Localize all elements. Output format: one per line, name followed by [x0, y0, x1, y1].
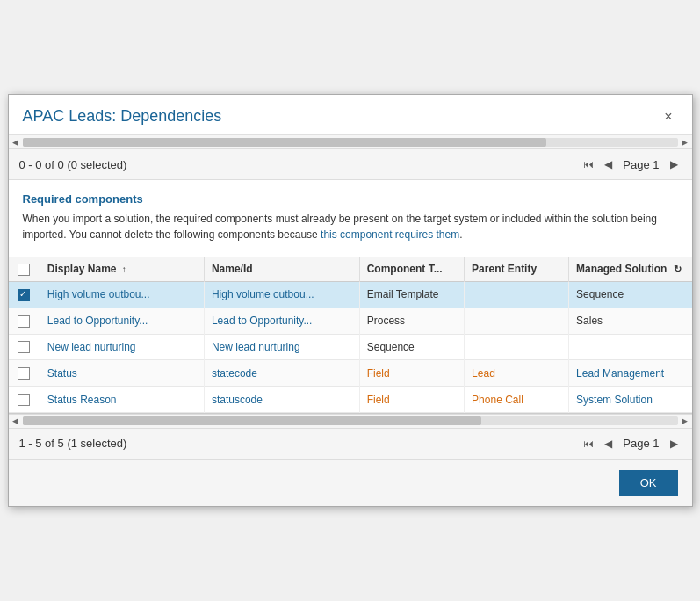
row-managed-solution[interactable]: Lead Management	[569, 360, 692, 387]
row-managed-solution	[569, 334, 692, 360]
row-name-id[interactable]: High volume outbou...	[204, 281, 359, 308]
row-component-type: Process	[359, 308, 464, 334]
dialog: APAC Leads: Dependencies × ◀ ▶ 0 - 0 of …	[8, 94, 693, 507]
top-pagination-bar: 0 - 0 of 0 (0 selected) ⏮ ◀ Page 1 ▶	[9, 149, 692, 180]
name-id-link[interactable]: New lead nurturing	[212, 341, 300, 353]
row-checkbox[interactable]	[18, 315, 30, 328]
ok-button[interactable]: OK	[619, 470, 678, 496]
row-display-name[interactable]: Status	[40, 360, 204, 387]
bottom-scrollbar-track[interactable]	[23, 416, 678, 425]
header-checkbox-col	[9, 257, 40, 281]
row-checkbox[interactable]	[18, 289, 30, 301]
name-id-link[interactable]: Lead to Opportunity...	[212, 315, 313, 327]
component-type-value: Sequence	[367, 341, 415, 353]
row-checkbox-cell	[9, 281, 40, 308]
top-page-label: Page 1	[623, 158, 659, 171]
bottom-pagination-controls: ⏮ ◀ Page 1 ▶	[580, 436, 681, 452]
row-checkbox-cell	[9, 360, 40, 387]
header-parent-entity[interactable]: Parent Entity	[465, 257, 569, 281]
bottom-scrollbar[interactable]: ◀ ▶	[9, 414, 692, 428]
row-component-type: Email Template	[359, 281, 464, 308]
row-checkbox[interactable]	[18, 367, 30, 380]
display-name-link[interactable]: High volume outbou...	[47, 288, 150, 300]
required-desc-part3: .	[459, 228, 462, 241]
display-name-link[interactable]: New lead nurturing	[47, 341, 136, 353]
header-display-name[interactable]: Display Name ↑	[40, 257, 204, 281]
dialog-title: APAC Leads: Dependencies	[23, 107, 222, 126]
table-row: High volume outbou...High volume outbou.…	[9, 281, 692, 308]
row-display-name[interactable]: Status Reason	[40, 387, 204, 413]
scroll-right-arrow[interactable]: ▶	[680, 137, 690, 148]
name-id-link[interactable]: statecode	[212, 367, 257, 380]
row-checkbox-cell	[9, 387, 40, 413]
row-name-id[interactable]: statecode	[204, 360, 359, 387]
table-row: New lead nurturingNew lead nurturingSequ…	[9, 334, 692, 360]
name-id-link[interactable]: statuscode	[212, 394, 263, 406]
row-name-id[interactable]: statuscode	[204, 387, 359, 413]
row-checkbox[interactable]	[18, 341, 30, 353]
component-type-value: Email Template	[367, 288, 439, 300]
top-record-count: 0 - 0 of 0 (0 selected)	[19, 158, 127, 171]
row-checkbox-cell	[9, 308, 40, 334]
top-prev-page-button[interactable]: ◀	[601, 156, 616, 172]
bottom-scroll-right-arrow[interactable]: ▶	[680, 416, 690, 426]
top-scrollbar-thumb	[23, 138, 547, 147]
row-display-name[interactable]: Lead to Opportunity...	[40, 308, 204, 334]
row-parent-entity[interactable]: Lead	[465, 360, 569, 387]
header-checkbox[interactable]	[18, 264, 30, 276]
dependencies-table: Display Name ↑ Name/Id Component T... Pa…	[9, 257, 692, 413]
row-name-id[interactable]: New lead nurturing	[204, 334, 359, 360]
header-managed-solution[interactable]: Managed Solution ↻	[569, 257, 692, 281]
top-next-page-button[interactable]: ▶	[667, 156, 682, 172]
top-pagination-controls: ⏮ ◀ Page 1 ▶	[580, 156, 681, 172]
row-managed-solution[interactable]: System Solution	[569, 387, 692, 413]
bottom-next-page-button[interactable]: ▶	[667, 436, 682, 452]
row-checkbox-cell	[9, 334, 40, 360]
row-managed-solution: Sequence	[569, 281, 692, 308]
required-title: Required components	[23, 192, 678, 206]
close-button[interactable]: ×	[659, 108, 677, 126]
row-checkbox[interactable]	[18, 394, 30, 406]
bottom-first-page-button[interactable]: ⏮	[580, 436, 597, 452]
display-name-link[interactable]: Status Reason	[47, 394, 117, 406]
bottom-scroll-left-arrow[interactable]: ◀	[11, 416, 21, 426]
header-component-type[interactable]: Component T...	[359, 257, 464, 281]
row-display-name[interactable]: New lead nurturing	[40, 334, 204, 360]
dialog-footer: OK	[9, 459, 692, 506]
row-display-name[interactable]: High volume outbou...	[40, 281, 204, 308]
header-name-id[interactable]: Name/Id	[204, 257, 359, 281]
row-name-id[interactable]: Lead to Opportunity...	[204, 308, 359, 334]
parent-entity-value[interactable]: Phone Call	[472, 394, 523, 406]
row-component-type[interactable]: Field	[359, 387, 464, 413]
name-id-link[interactable]: High volume outbou...	[212, 288, 314, 300]
top-scrollbar[interactable]: ◀ ▶	[9, 135, 692, 149]
parent-entity-value[interactable]: Lead	[472, 367, 495, 380]
managed-solution-value: Sales	[576, 315, 603, 327]
component-type-value[interactable]: Field	[367, 394, 390, 406]
required-desc-link: this component requires them	[321, 228, 459, 241]
component-type-value[interactable]: Field	[367, 367, 390, 380]
top-first-page-button[interactable]: ⏮	[580, 156, 597, 172]
table-container: Display Name ↑ Name/Id Component T... Pa…	[9, 257, 692, 414]
row-parent-entity	[465, 334, 569, 360]
row-parent-entity[interactable]: Phone Call	[465, 387, 569, 413]
scroll-left-arrow[interactable]: ◀	[11, 137, 21, 148]
row-parent-entity	[465, 281, 569, 308]
bottom-prev-page-button[interactable]: ◀	[601, 436, 616, 452]
dialog-header: APAC Leads: Dependencies ×	[9, 95, 692, 135]
bottom-record-count: 1 - 5 of 5 (1 selected)	[19, 437, 127, 450]
table-header-row: Display Name ↑ Name/Id Component T... Pa…	[9, 257, 692, 281]
table-row: Lead to Opportunity...Lead to Opportunit…	[9, 308, 692, 334]
component-type-value: Process	[367, 315, 405, 327]
top-scrollbar-track[interactable]	[23, 138, 678, 147]
row-component-type: Sequence	[359, 334, 464, 360]
row-managed-solution: Sales	[569, 308, 692, 334]
sort-arrow-icon: ↑	[122, 264, 126, 274]
display-name-link[interactable]: Lead to Opportunity...	[47, 315, 148, 327]
managed-solution-value[interactable]: Lead Management	[576, 367, 664, 380]
row-component-type[interactable]: Field	[359, 360, 464, 387]
managed-solution-value[interactable]: System Solution	[576, 394, 653, 406]
display-name-link[interactable]: Status	[47, 367, 77, 380]
required-section: Required components When you import a so…	[9, 180, 692, 250]
table-body: High volume outbou...High volume outbou.…	[9, 281, 692, 412]
